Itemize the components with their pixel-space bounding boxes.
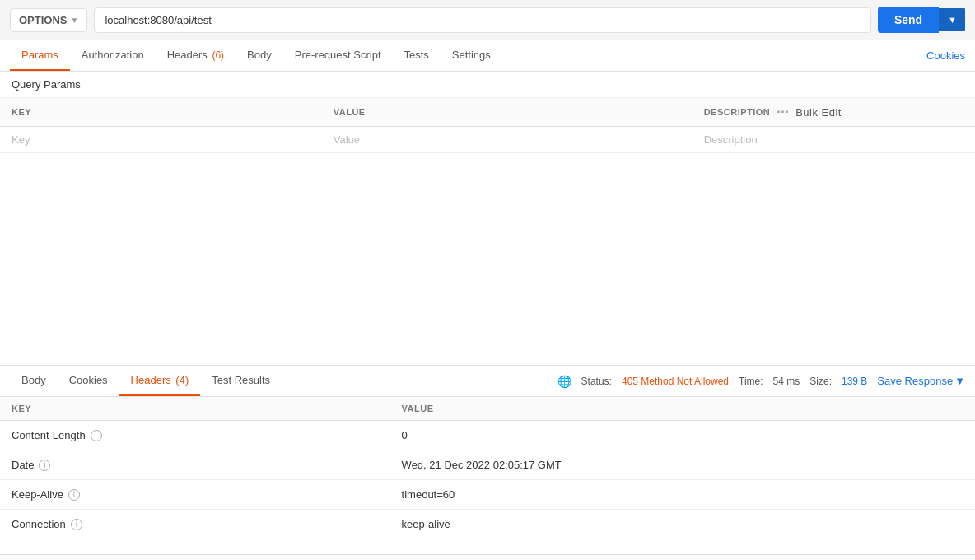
resp-tab-body[interactable]: Body xyxy=(10,366,58,396)
tab-body[interactable]: Body xyxy=(236,40,283,71)
resp-key-cell: Connection i xyxy=(0,510,390,539)
resp-col-key: KEY xyxy=(0,397,390,421)
header-key-label: Date xyxy=(12,459,34,471)
url-input[interactable] xyxy=(94,7,870,33)
col-description: DESCRIPTION ··· Bulk Edit xyxy=(693,98,975,127)
footer-bar: CSDN @1x1010 xyxy=(0,554,975,560)
time-label: Time: xyxy=(739,376,763,387)
header-key-label: Connection xyxy=(12,518,66,530)
response-tabs-row: Body Cookies Headers (4) Test Results 🌐 … xyxy=(0,366,975,397)
globe-icon: 🌐 xyxy=(557,375,571,388)
request-pane: Query Params KEY VALUE DESCRIPTION ··· B… xyxy=(0,72,975,365)
resp-value-cell: timeout=60 xyxy=(390,480,975,510)
resp-col-value: VALUE xyxy=(390,397,975,421)
tab-params[interactable]: Params xyxy=(10,40,70,71)
more-options-icon[interactable]: ··· xyxy=(777,105,789,119)
send-btn-group: Send ▼ xyxy=(878,7,965,33)
description-cell[interactable] xyxy=(693,127,975,153)
resp-key-cell: Date i xyxy=(0,450,390,479)
resp-value-cell: Wed, 21 Dec 2022 02:05:17 GMT xyxy=(390,450,975,480)
time-value: 54 ms xyxy=(773,376,800,387)
col-value: VALUE xyxy=(322,98,693,127)
resp-table-header: KEY VALUE xyxy=(0,397,975,421)
resp-value-cell: keep-alive xyxy=(390,510,975,539)
value-cell[interactable] xyxy=(322,127,693,153)
query-params-label: Query Params xyxy=(0,72,975,98)
tab-settings[interactable]: Settings xyxy=(441,40,502,71)
tab-headers[interactable]: Headers (6) xyxy=(156,40,236,71)
col-key: KEY xyxy=(0,98,322,127)
header-key-label: Content-Length xyxy=(12,429,86,441)
tab-tests[interactable]: Tests xyxy=(393,40,441,71)
table-row: Content-Length i 0 xyxy=(0,421,975,450)
save-chevron-icon: ▼ xyxy=(954,375,965,387)
params-table-header: KEY VALUE DESCRIPTION ··· Bulk Edit xyxy=(0,98,975,127)
info-icon[interactable]: i xyxy=(91,430,102,441)
tab-authorization[interactable]: Authorization xyxy=(70,40,156,71)
response-pane: Body Cookies Headers (4) Test Results 🌐 … xyxy=(0,365,975,554)
top-bar: OPTIONS ▼ Send ▼ xyxy=(0,0,975,40)
response-headers-table: KEY VALUE Content-Length i 0 Date i Wed,… xyxy=(0,397,975,539)
request-tabs: Params Authorization Headers (6) Body Pr… xyxy=(0,40,975,72)
resp-value-cell: 0 xyxy=(390,421,975,450)
resp-status-row: 🌐 Status: 405 Method Not Allowed Time: 5… xyxy=(557,375,965,388)
info-icon[interactable]: i xyxy=(68,489,80,501)
method-label: OPTIONS xyxy=(19,14,68,26)
table-row: Connection i keep-alive xyxy=(0,510,975,539)
resp-key-cell: Keep-Alive i xyxy=(0,480,390,509)
send-chevron-button[interactable]: ▼ xyxy=(939,8,965,31)
status-label: Status: xyxy=(581,376,612,387)
tab-prerequest[interactable]: Pre-request Script xyxy=(283,40,393,71)
header-key-label: Keep-Alive xyxy=(12,488,63,501)
key-input[interactable] xyxy=(12,133,310,146)
info-icon[interactable]: i xyxy=(39,460,50,471)
description-input[interactable] xyxy=(704,133,963,146)
method-selector[interactable]: OPTIONS ▼ xyxy=(10,8,87,32)
main-area: Query Params KEY VALUE DESCRIPTION ··· B… xyxy=(0,72,975,554)
resp-tab-cookies[interactable]: Cookies xyxy=(58,366,119,396)
resp-tab-test-results[interactable]: Test Results xyxy=(200,366,282,396)
params-empty-row xyxy=(0,127,975,153)
cookies-link[interactable]: Cookies xyxy=(926,49,965,62)
send-button[interactable]: Send xyxy=(878,7,939,33)
resp-headers-badge: (4) xyxy=(175,374,189,386)
info-icon[interactable]: i xyxy=(71,519,82,530)
headers-badge: (6) xyxy=(212,49,224,61)
table-row: Date i Wed, 21 Dec 2022 02:05:17 GMT xyxy=(0,450,975,480)
table-row: Keep-Alive i timeout=60 xyxy=(0,480,975,510)
value-input[interactable] xyxy=(334,133,681,146)
bulk-edit-button[interactable]: Bulk Edit xyxy=(795,106,842,119)
size-value: 139 B xyxy=(842,376,867,387)
size-label: Size: xyxy=(809,376,832,387)
resp-tab-headers[interactable]: Headers (4) xyxy=(119,366,201,396)
method-chevron-icon: ▼ xyxy=(71,16,79,25)
params-table: KEY VALUE DESCRIPTION ··· Bulk Edit xyxy=(0,98,975,153)
status-value: 405 Method Not Allowed xyxy=(622,376,729,387)
resp-key-cell: Content-Length i xyxy=(0,421,390,450)
key-cell[interactable] xyxy=(0,127,322,153)
save-response-button[interactable]: Save Response ▼ xyxy=(877,375,965,387)
